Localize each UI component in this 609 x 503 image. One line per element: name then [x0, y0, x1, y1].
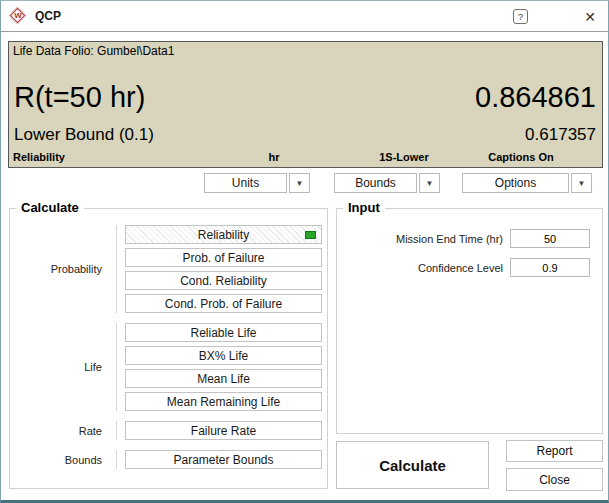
options-button[interactable]: Options	[462, 173, 569, 193]
mission-end-time-row: Mission End Time (hr)	[337, 229, 602, 248]
input-groupbox-title: Input	[343, 200, 385, 215]
confidence-level-field[interactable]	[510, 258, 590, 277]
footer-captions-caption: Captions On	[488, 151, 553, 163]
footer-bounds-caption: 1S-Lower	[379, 151, 429, 163]
group-divider	[116, 421, 117, 440]
units-button[interactable]: Units	[204, 173, 287, 193]
window-title: QCP	[35, 9, 61, 23]
calculate-button[interactable]: Calculate	[336, 441, 489, 489]
close-button[interactable]: Close	[506, 468, 603, 491]
title-bar: W QCP ? ✕	[1, 1, 608, 32]
close-icon[interactable]: ✕	[580, 7, 600, 26]
reliability-button[interactable]: Reliability	[125, 225, 322, 244]
rate-group-label: Rate	[10, 421, 116, 440]
qcp-window: W QCP ? ✕ Life Data Folio: Gumbel\Data1 …	[0, 0, 609, 503]
life-group-label: Life	[10, 323, 116, 411]
secondary-result-value: 0.617357	[525, 126, 596, 144]
bounds-dropdown-arrow-icon[interactable]: ▼	[419, 173, 440, 193]
bounds-button[interactable]: Bounds	[334, 173, 417, 193]
units-dropdown-arrow-icon[interactable]: ▼	[289, 173, 310, 193]
primary-result-row: R(t=50 hr) 0.864861	[14, 82, 596, 112]
parameter-bounds-button[interactable]: Parameter Bounds	[125, 450, 322, 469]
failure-rate-button[interactable]: Failure Rate	[125, 421, 322, 440]
life-group: Life Reliable Life BX% Life Mean Life Me…	[10, 323, 327, 411]
results-footer: Reliability hr 1S-Lower Captions On	[9, 151, 602, 165]
bounds-group: Bounds Parameter Bounds	[10, 450, 327, 469]
mean-life-button[interactable]: Mean Life	[125, 369, 322, 388]
probability-group-label: Probability	[10, 225, 116, 313]
rate-group: Rate Failure Rate	[10, 421, 327, 440]
mission-end-time-label: Mission End Time (hr)	[396, 233, 503, 245]
group-divider	[116, 450, 117, 469]
mean-remaining-life-button[interactable]: Mean Remaining Life	[125, 392, 322, 411]
bounds-group-label: Bounds	[10, 450, 116, 469]
secondary-result-label: Lower Bound (0.1)	[14, 126, 154, 144]
calculate-groupbox-title: Calculate	[16, 200, 84, 215]
confidence-level-label: Confidence Level	[418, 262, 503, 274]
confidence-level-row: Confidence Level	[337, 258, 602, 277]
footer-units-caption: hr	[269, 151, 280, 163]
options-dropdown-arrow-icon[interactable]: ▼	[571, 173, 592, 193]
group-divider	[116, 225, 117, 313]
secondary-result-row: Lower Bound (0.1) 0.617357	[14, 126, 596, 144]
weibull-logo-icon: W	[9, 7, 27, 25]
mission-end-time-field[interactable]	[510, 229, 590, 248]
bx-life-button[interactable]: BX% Life	[125, 346, 322, 365]
primary-result-value: 0.864861	[475, 82, 596, 112]
primary-result-label: R(t=50 hr)	[14, 82, 145, 112]
prob-of-failure-button[interactable]: Prob. of Failure	[125, 248, 322, 267]
cond-reliability-button[interactable]: Cond. Reliability	[125, 271, 322, 290]
help-icon[interactable]: ?	[513, 9, 528, 24]
calculate-groupbox: Calculate Probability Reliability Prob. …	[9, 208, 328, 489]
reliable-life-button[interactable]: Reliable Life	[125, 323, 322, 342]
footer-metric-caption: Reliability	[13, 151, 65, 163]
selected-indicator	[305, 231, 316, 239]
cond-prob-of-failure-button[interactable]: Cond. Prob. of Failure	[125, 294, 322, 313]
probability-group: Probability Reliability Prob. of Failure…	[10, 225, 327, 313]
report-button[interactable]: Report	[506, 440, 603, 462]
group-divider	[116, 323, 117, 411]
folio-source-label: Life Data Folio: Gumbel\Data1	[13, 44, 174, 58]
results-panel: Life Data Folio: Gumbel\Data1 R(t=50 hr)…	[8, 41, 603, 168]
input-groupbox: Input Mission End Time (hr) Confidence L…	[336, 208, 603, 434]
